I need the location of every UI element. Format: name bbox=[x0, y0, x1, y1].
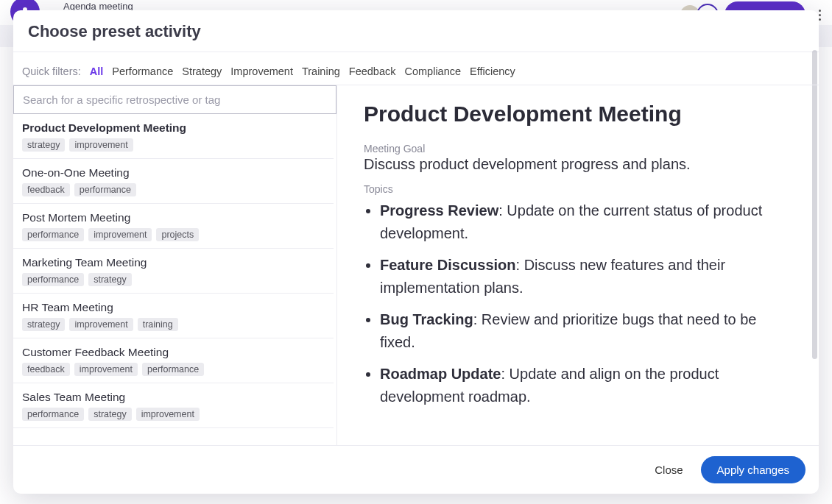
topic-lead: Roadmap Update bbox=[380, 366, 501, 382]
preset-item[interactable]: Customer Feedback Meetingfeedbackimprove… bbox=[13, 338, 334, 383]
filter-compliance[interactable]: Compliance bbox=[404, 65, 461, 77]
preset-list[interactable]: Product Development Meetingstrategyimpro… bbox=[13, 114, 336, 445]
tag: improvement bbox=[136, 408, 200, 421]
preset-item-tags: performancestrategyimprovement bbox=[22, 408, 325, 421]
tag: feedback bbox=[22, 363, 70, 376]
filter-efficiency[interactable]: Efficiency bbox=[470, 65, 515, 77]
preset-item[interactable]: Product Development Meetingstrategyimpro… bbox=[13, 114, 334, 159]
filter-feedback[interactable]: Feedback bbox=[349, 65, 396, 77]
preset-item-tags: strategyimprovementtraining bbox=[22, 318, 325, 331]
filter-all[interactable]: All bbox=[90, 65, 104, 77]
preset-item[interactable]: Marketing Team Meetingperformancestrateg… bbox=[13, 249, 334, 294]
tag: projects bbox=[156, 228, 199, 241]
preset-list-panel: Product Development Meetingstrategyimpro… bbox=[13, 85, 337, 445]
modal-title: Choose preset activity bbox=[28, 22, 804, 41]
tag: performance bbox=[142, 363, 204, 376]
preset-item-tags: feedbackimprovementperformance bbox=[22, 363, 325, 376]
preset-item-title: Marketing Team Meeting bbox=[22, 256, 325, 269]
tag: strategy bbox=[22, 318, 65, 331]
topic-item: Feature Discussion: Discuss new features… bbox=[380, 254, 792, 299]
topics-list: Progress Review: Update on the current s… bbox=[364, 199, 792, 408]
preset-item-tags: feedbackperformance bbox=[22, 183, 325, 196]
quick-filters-row: Quick filters: AllPerformanceStrategyImp… bbox=[13, 52, 819, 85]
topic-lead: Bug Tracking bbox=[380, 311, 473, 327]
preset-item-tags: performanceimprovementprojects bbox=[22, 228, 325, 241]
preset-item-title: Sales Team Meeting bbox=[22, 391, 325, 404]
preset-item-title: One-on-One Meeting bbox=[22, 166, 325, 180]
preset-item[interactable]: Post Mortem Meetingperformanceimprovemen… bbox=[13, 204, 334, 249]
filter-strategy[interactable]: Strategy bbox=[182, 65, 222, 77]
topic-item: Progress Review: Update on the current s… bbox=[380, 199, 792, 245]
tag: improvement bbox=[88, 228, 152, 241]
tag: strategy bbox=[88, 273, 131, 286]
modal-backdrop: Choose preset activity Quick filters: Al… bbox=[0, 0, 832, 504]
preset-item[interactable]: One-on-One Meetingfeedbackperformance bbox=[13, 159, 334, 204]
close-button[interactable]: Close bbox=[650, 458, 687, 482]
tag: improvement bbox=[69, 318, 133, 331]
preset-item-tags: performancestrategy bbox=[22, 273, 325, 286]
tag: performance bbox=[22, 273, 84, 286]
filter-performance[interactable]: Performance bbox=[112, 65, 173, 77]
topics-label: Topics bbox=[364, 183, 792, 195]
tag: performance bbox=[22, 228, 84, 241]
search-input[interactable] bbox=[13, 85, 336, 114]
tag: performance bbox=[74, 183, 136, 196]
tag: improvement bbox=[74, 363, 138, 376]
tag: strategy bbox=[22, 138, 65, 152]
topic-item: Roadmap Update: Update and align on the … bbox=[380, 363, 792, 408]
preset-detail-panel: Product Development Meeting Meeting Goal… bbox=[337, 85, 819, 445]
preset-item-title: HR Team Meeting bbox=[22, 301, 325, 314]
modal-footer: Close Apply changes bbox=[13, 446, 819, 494]
topic-lead: Progress Review bbox=[380, 202, 498, 219]
preset-item-title: Post Mortem Meeting bbox=[22, 211, 325, 224]
topic-item: Bug Tracking: Review and prioritize bugs… bbox=[380, 308, 792, 354]
tag: performance bbox=[22, 408, 84, 421]
preset-item[interactable]: Sales Team Meetingperformancestrategyimp… bbox=[13, 383, 334, 428]
tag: feedback bbox=[22, 183, 70, 196]
goal-body: Discuss product development progress and… bbox=[364, 156, 792, 173]
filter-training[interactable]: Training bbox=[302, 65, 340, 77]
modal-header: Choose preset activity bbox=[13, 10, 819, 52]
choose-preset-modal: Choose preset activity Quick filters: Al… bbox=[13, 10, 819, 494]
filter-improvement[interactable]: Improvement bbox=[230, 65, 293, 77]
tag: strategy bbox=[88, 408, 131, 421]
apply-changes-button[interactable]: Apply changes bbox=[701, 456, 805, 483]
modal-body: Product Development Meetingstrategyimpro… bbox=[13, 85, 819, 446]
detail-title: Product Development Meeting bbox=[364, 102, 792, 127]
preset-item-title: Product Development Meeting bbox=[22, 121, 325, 135]
search-wrap bbox=[13, 85, 336, 114]
topic-lead: Feature Discussion bbox=[380, 257, 516, 273]
preset-item-tags: strategyimprovement bbox=[22, 138, 325, 152]
tag: improvement bbox=[69, 138, 133, 152]
goal-label: Meeting Goal bbox=[364, 143, 792, 155]
preset-item[interactable]: HR Team Meetingstrategyimprovementtraini… bbox=[13, 294, 334, 338]
preset-item-title: Customer Feedback Meeting bbox=[22, 346, 325, 359]
tag: training bbox=[138, 318, 178, 331]
filters-label: Quick filters: bbox=[22, 65, 81, 77]
